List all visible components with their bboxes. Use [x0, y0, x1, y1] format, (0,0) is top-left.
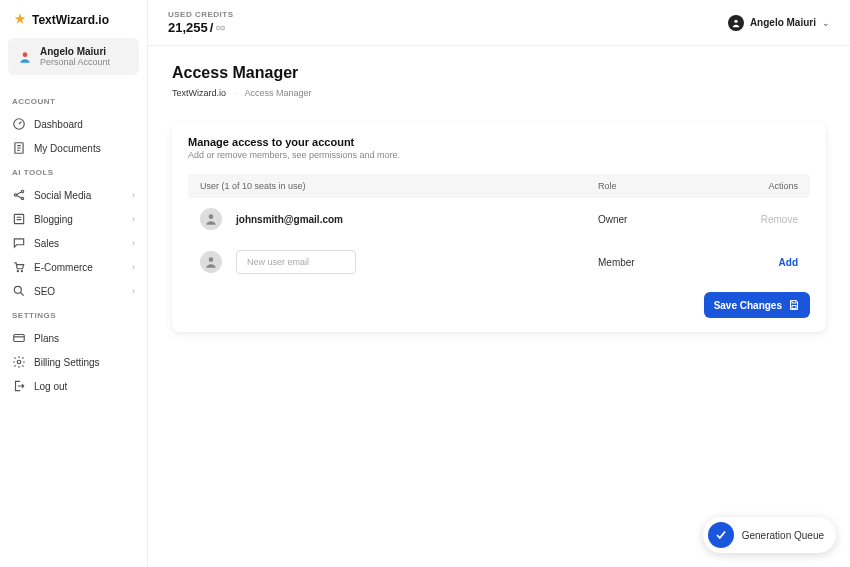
new-user-email-input[interactable]	[236, 250, 356, 274]
nav-label: My Documents	[34, 143, 101, 154]
user-avatar-icon	[200, 251, 222, 273]
chevron-right-icon: ›	[132, 190, 135, 200]
check-icon	[708, 522, 734, 548]
sidebar-item-documents[interactable]: My Documents	[8, 136, 139, 160]
sidebar-item-dashboard[interactable]: Dashboard	[8, 112, 139, 136]
sidebar: TextWizard.io Angelo Maiuri Personal Acc…	[0, 0, 148, 567]
slash: /	[210, 20, 214, 35]
breadcrumb: TextWizard.io · Access Manager	[172, 88, 826, 98]
profile-subtitle: Personal Account	[40, 57, 110, 67]
save-label: Save Changes	[714, 300, 782, 311]
svg-point-3	[14, 194, 16, 196]
nav-label: Log out	[34, 381, 67, 392]
main-area: USED CREDITS 21,255/∞ Angelo Maiuri ⌄ Ac…	[148, 0, 850, 567]
nav-label: SEO	[34, 286, 55, 297]
nav-label: Billing Settings	[34, 357, 100, 368]
breadcrumb-current: Access Manager	[245, 88, 312, 98]
chevron-right-icon: ›	[132, 238, 135, 248]
breadcrumb-sep: ·	[234, 88, 237, 98]
nav-label: Dashboard	[34, 119, 83, 130]
user-name: Angelo Maiuri	[750, 17, 816, 28]
document-icon	[12, 141, 26, 155]
svg-point-0	[23, 52, 28, 57]
sidebar-item-ecommerce[interactable]: E-Commerce ›	[8, 255, 139, 279]
nav-label: E-Commerce	[34, 262, 93, 273]
logout-icon	[12, 379, 26, 393]
sidebar-item-sales[interactable]: Sales ›	[8, 231, 139, 255]
access-card: Manage access to your account Add or rem…	[172, 122, 826, 332]
svg-point-14	[209, 257, 214, 262]
table-header: User (1 of 10 seats in use) Role Actions	[188, 174, 810, 198]
svg-point-11	[17, 360, 21, 364]
share-icon	[12, 188, 26, 202]
table-row-new: Member Add	[188, 240, 810, 284]
gear-icon	[12, 355, 26, 369]
chevron-right-icon: ›	[132, 214, 135, 224]
sidebar-item-billing[interactable]: Billing Settings	[8, 350, 139, 374]
sidebar-item-plans[interactable]: Plans	[8, 326, 139, 350]
svg-rect-15	[792, 301, 796, 304]
section-account-label: ACCOUNT	[8, 89, 139, 112]
remove-button[interactable]: Remove	[718, 214, 798, 225]
svg-rect-10	[14, 335, 25, 342]
nav-label: Sales	[34, 238, 59, 249]
infinity-icon: ∞	[215, 19, 225, 35]
wizard-icon	[12, 12, 28, 28]
col-user: User (1 of 10 seats in use)	[200, 181, 598, 191]
brand-logo[interactable]: TextWizard.io	[8, 10, 139, 38]
card-title: Manage access to your account	[188, 136, 810, 148]
user-menu[interactable]: Angelo Maiuri ⌄	[728, 15, 830, 31]
profile-avatar-icon	[18, 50, 32, 64]
save-changes-button[interactable]: Save Changes	[704, 292, 810, 318]
cart-icon	[12, 260, 26, 274]
sidebar-item-logout[interactable]: Log out	[8, 374, 139, 398]
sidebar-item-blogging[interactable]: Blogging ›	[8, 207, 139, 231]
svg-point-13	[209, 214, 214, 219]
queue-label: Generation Queue	[742, 530, 824, 541]
credits-label: USED CREDITS	[168, 10, 234, 19]
save-icon	[788, 299, 800, 311]
row-email: johnsmith@gmail.com	[236, 214, 598, 225]
svg-point-9	[14, 286, 21, 293]
user-avatar-icon	[200, 208, 222, 230]
row-role: Member	[598, 257, 718, 268]
nav-label: Blogging	[34, 214, 73, 225]
gauge-icon	[12, 117, 26, 131]
profile-card[interactable]: Angelo Maiuri Personal Account	[8, 38, 139, 75]
breadcrumb-root[interactable]: TextWizard.io	[172, 88, 226, 98]
generation-queue-fab[interactable]: Generation Queue	[703, 517, 836, 553]
card-subtitle: Add or remove members, see permissions a…	[188, 150, 810, 160]
credits-value: 21,255/∞	[168, 19, 234, 35]
col-role: Role	[598, 181, 718, 191]
svg-point-12	[734, 19, 737, 22]
chevron-right-icon: ›	[132, 262, 135, 272]
col-actions: Actions	[718, 181, 798, 191]
chat-icon	[12, 236, 26, 250]
svg-point-7	[17, 271, 18, 272]
row-role: Owner	[598, 214, 718, 225]
nav-label: Plans	[34, 333, 59, 344]
content: Access Manager TextWizard.io · Access Ma…	[148, 46, 850, 350]
sidebar-item-seo[interactable]: SEO ›	[8, 279, 139, 303]
profile-name: Angelo Maiuri	[40, 46, 110, 57]
add-button[interactable]: Add	[718, 257, 798, 268]
topbar: USED CREDITS 21,255/∞ Angelo Maiuri ⌄	[148, 0, 850, 46]
section-aitools-label: AI TOOLS	[8, 160, 139, 183]
svg-rect-16	[792, 306, 796, 309]
table-row: johnsmith@gmail.com Owner Remove	[188, 198, 810, 240]
chevron-right-icon: ›	[132, 286, 135, 296]
svg-point-4	[21, 190, 23, 192]
user-avatar-icon	[728, 15, 744, 31]
card-icon	[12, 331, 26, 345]
sidebar-item-social[interactable]: Social Media ›	[8, 183, 139, 207]
section-settings-label: SETTINGS	[8, 303, 139, 326]
svg-point-8	[21, 271, 22, 272]
nav-label: Social Media	[34, 190, 91, 201]
brand-name: TextWizard.io	[32, 13, 109, 27]
svg-point-5	[21, 197, 23, 199]
article-icon	[12, 212, 26, 226]
chevron-down-icon: ⌄	[822, 18, 830, 28]
search-icon	[12, 284, 26, 298]
page-title: Access Manager	[172, 64, 826, 82]
